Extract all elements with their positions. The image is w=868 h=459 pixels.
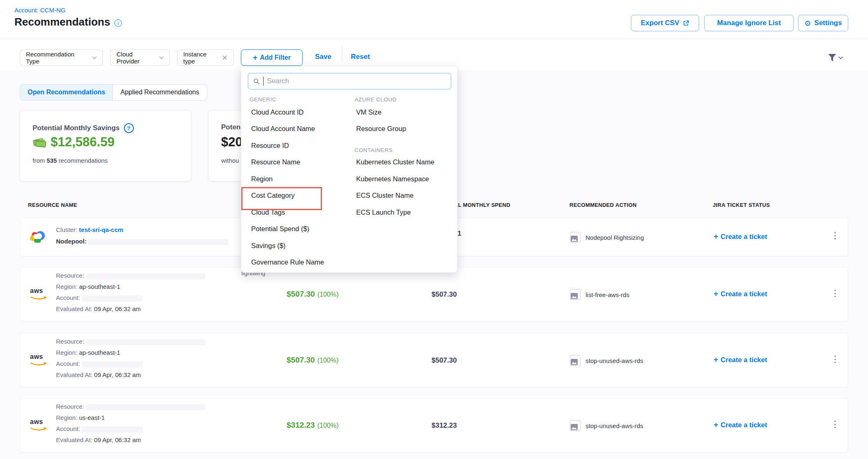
recommended-action-label: stop-unused-aws-rds bbox=[586, 357, 643, 364]
chip-label: Cloud Provider bbox=[117, 51, 155, 65]
money-icon bbox=[33, 137, 47, 148]
plus-icon: + bbox=[714, 420, 718, 429]
add-filter-button[interactable]: + Add Filter bbox=[241, 49, 303, 66]
export-csv-button[interactable]: Export CSV bbox=[631, 15, 699, 31]
chevron-down-icon bbox=[838, 56, 843, 59]
plus-icon: + bbox=[714, 355, 718, 364]
spend-card-title-fragment: Poten bbox=[221, 123, 240, 131]
export-csv-label: Export CSV bbox=[641, 19, 679, 27]
tab-open-recommendations[interactable]: Open Recommendations bbox=[20, 84, 113, 100]
remove-filter-icon[interactable]: ✕ bbox=[222, 54, 228, 62]
filter-chip-cloud-provider[interactable]: Cloud Provider bbox=[110, 49, 170, 66]
column-header-recommended-action: RECOMMENDED ACTION bbox=[569, 202, 637, 208]
filter-chip-instance-type[interactable]: Instance type ✕ bbox=[177, 49, 234, 66]
create-ticket-link[interactable]: +Create a ticket bbox=[714, 420, 767, 429]
dropdown-item-savings[interactable]: Savings ($) bbox=[251, 242, 285, 250]
dropdown-item-resource-group[interactable]: Resource Group bbox=[356, 125, 406, 133]
action-image-placeholder-icon bbox=[570, 355, 581, 366]
redacted-resource-value bbox=[86, 273, 205, 279]
spend-card-subtitle-fragment: withou bbox=[221, 157, 239, 164]
account-label: Account: bbox=[56, 425, 82, 432]
filter-panel-toggle[interactable] bbox=[828, 54, 843, 62]
tab-applied-recommendations[interactable]: Applied Recommendations bbox=[113, 84, 206, 100]
account-breadcrumb[interactable]: Account: CCM-NG bbox=[14, 7, 65, 14]
manage-ignore-list-button[interactable]: Manage Ignore List bbox=[704, 15, 794, 31]
dropdown-item-resource-name[interactable]: Resource Name bbox=[251, 158, 300, 166]
aws-icon: aws bbox=[30, 418, 47, 433]
create-ticket-link[interactable]: +Create a ticket bbox=[714, 232, 767, 241]
create-ticket-link[interactable]: +Create a ticket bbox=[714, 355, 767, 364]
create-ticket-link[interactable]: +Create a ticket bbox=[714, 289, 767, 298]
dropdown-item-vm-size[interactable]: VM Size bbox=[356, 108, 381, 116]
dropdown-item-potential-spend[interactable]: Potential Spend ($) bbox=[251, 225, 309, 233]
redacted-account-value bbox=[82, 426, 143, 433]
column-header-resource-name: RESOURCE NAME bbox=[28, 202, 77, 208]
cluster-name-link[interactable]: test-sri-qa-ccm bbox=[79, 226, 124, 233]
dropdown-section-generic: GENERIC bbox=[250, 96, 276, 103]
action-image-placeholder-icon bbox=[570, 232, 581, 243]
dropdown-item-kubernetes-cluster-name[interactable]: Kubernetes Cluster Name bbox=[356, 158, 434, 166]
gcp-icon bbox=[30, 231, 45, 244]
info-icon[interactable]: i bbox=[114, 19, 122, 27]
region-label: Region: bbox=[56, 414, 79, 421]
redacted-resource-value bbox=[86, 339, 205, 345]
plus-icon: + bbox=[253, 53, 257, 62]
column-header-jira-ticket-status: JIRA TICKET STATUS bbox=[713, 202, 770, 208]
settings-button[interactable]: ⚙ Settings bbox=[798, 15, 848, 31]
account-label: Account: bbox=[56, 294, 82, 301]
dropdown-search-field[interactable] bbox=[248, 73, 451, 89]
dropdown-item-resource-id[interactable]: Resource ID bbox=[251, 142, 289, 150]
add-filter-label: Add Filter bbox=[260, 54, 291, 61]
chip-label: Recommendation Type bbox=[26, 51, 88, 65]
funnel-icon bbox=[828, 54, 837, 62]
row-menu-kebab-icon[interactable]: ⋮ bbox=[831, 289, 840, 298]
total-monthly-spend-value: $312.23 bbox=[432, 422, 457, 430]
aws-icon: aws bbox=[30, 287, 47, 302]
monthly-savings-value: $507.30(100%) bbox=[287, 356, 338, 365]
search-input[interactable] bbox=[267, 77, 446, 85]
filter-chip-recommendation-type[interactable]: Recommendation Type bbox=[20, 49, 103, 66]
row-menu-kebab-icon[interactable]: ⋮ bbox=[831, 231, 840, 240]
dropdown-item-governance-rule-name[interactable]: Governance Rule Name bbox=[251, 258, 324, 266]
dropdown-item-cloud-account-name[interactable]: Cloud Account Name bbox=[251, 125, 315, 133]
recommendations-page: Account: CCM-NG Recommendations i Export… bbox=[0, 0, 868, 459]
recommended-action-label: Nodepool Rightsizing bbox=[586, 234, 644, 241]
recommendations-tabs: Open Recommendations Applied Recommendat… bbox=[20, 84, 207, 101]
dropdown-item-ecs-cluster-name[interactable]: ECS Cluster Name bbox=[356, 192, 413, 199]
savings-card-title: Potential Monthly Savings bbox=[33, 124, 120, 132]
dropdown-item-cloud-account-id[interactable]: Cloud Account ID bbox=[251, 108, 304, 116]
dropdown-item-kubernetes-namespace[interactable]: Kubernetes Namespace bbox=[356, 175, 429, 183]
region-value: us-east-1 bbox=[79, 414, 105, 421]
monthly-savings-value: $312.23(100%) bbox=[287, 421, 338, 430]
total-monthly-spend-value: $507.30 bbox=[432, 290, 457, 299]
monthly-savings-value: $507.30(100%) bbox=[287, 290, 338, 299]
row-menu-kebab-icon[interactable]: ⋮ bbox=[831, 420, 840, 429]
text-cursor bbox=[263, 77, 264, 86]
potential-monthly-savings-card: Potential Monthly Savings ? $12,586.59 f… bbox=[20, 110, 191, 181]
cluster-label: Cluster: bbox=[56, 226, 79, 233]
save-filter-link[interactable]: Save bbox=[315, 53, 331, 61]
table-row[interactable]: aws Resource: Region: ap-southeast-1 Acc… bbox=[20, 333, 848, 387]
save-reset-divider bbox=[342, 46, 342, 61]
dropdown-item-ecs-launch-type[interactable]: ECS Launch Type bbox=[356, 208, 411, 216]
plus-icon: + bbox=[714, 232, 718, 241]
table-row[interactable]: aws lightwing Resource: Region: ap-south… bbox=[20, 267, 848, 321]
row-menu-kebab-icon[interactable]: ⋮ bbox=[831, 355, 840, 364]
chevron-down-icon bbox=[159, 56, 163, 59]
redacted-resource-value bbox=[86, 404, 205, 410]
add-filter-dropdown-panel: GENERIC Cloud Account ID Cloud Account N… bbox=[241, 66, 457, 273]
recommended-action-label: stop-unused-aws-rds bbox=[586, 422, 643, 429]
reset-filter-link[interactable]: Reset bbox=[351, 53, 370, 61]
aws-icon: aws bbox=[30, 353, 47, 368]
chip-label: Instance type bbox=[183, 51, 218, 65]
table-row[interactable]: aws Resource: Region: us-east-1 Account:… bbox=[20, 398, 848, 452]
resource-label: Resource: bbox=[56, 272, 86, 279]
dropdown-section-containers: CONTAINERS bbox=[355, 147, 393, 153]
help-icon[interactable]: ? bbox=[124, 123, 134, 133]
chevron-down-icon bbox=[92, 56, 97, 59]
nodepool-label: Nodepool: bbox=[56, 238, 88, 245]
evaluated-at-value: 09 Apr, 06:32 am bbox=[94, 436, 141, 443]
cost-category-highlight-annotation bbox=[241, 187, 322, 210]
resource-label: Resource: bbox=[56, 338, 86, 345]
dropdown-item-region[interactable]: Region bbox=[251, 175, 273, 183]
